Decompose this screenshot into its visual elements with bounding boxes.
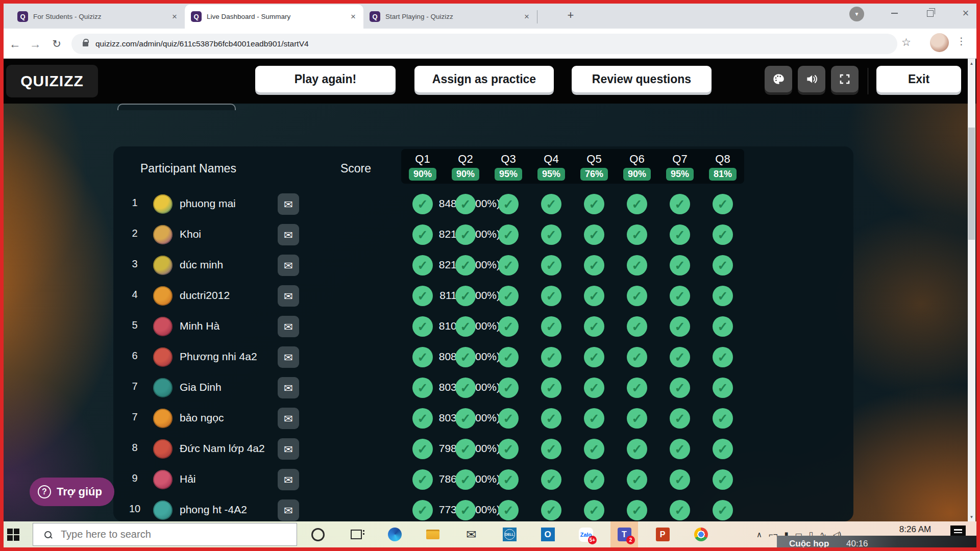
participant-rank: 9: [122, 472, 147, 484]
language-indicator[interactable]: [950, 525, 966, 537]
taskbar-icon-dell[interactable]: DELL: [496, 521, 523, 547]
media-controls-button[interactable]: ▼: [849, 7, 864, 21]
email-report-button[interactable]: ✉: [278, 255, 299, 276]
taskbar-icon-zalo[interactable]: Zalo5+: [572, 521, 600, 547]
browser-tab[interactable]: QStart Playing - Quizizz×: [363, 5, 537, 29]
participant-name: bảo ngọc: [180, 412, 224, 424]
participant-rank: 7: [122, 381, 147, 392]
participant-avatar: [153, 409, 173, 428]
participant-rank: 6: [122, 350, 147, 362]
tab-close-icon[interactable]: ×: [349, 12, 357, 22]
help-button[interactable]: ? Trợ giúp: [30, 478, 114, 506]
search-icon: [44, 531, 52, 538]
email-report-button[interactable]: ✉: [278, 285, 299, 307]
participant-rank: 7: [122, 411, 147, 423]
taskbar-clock[interactable]: 8:26 AM: [892, 524, 938, 535]
question-label: Q4: [544, 153, 558, 166]
taskbar-icon-cortana[interactable]: [304, 521, 332, 547]
theme-palette-button[interactable]: [765, 66, 792, 92]
sound-toggle-button[interactable]: [798, 66, 825, 92]
icon-label: Zalo: [580, 532, 592, 538]
taskbar-icon-file-explorer[interactable]: [419, 521, 447, 547]
email-report-button[interactable]: ✉: [278, 469, 299, 490]
tab-close-icon[interactable]: ×: [523, 12, 531, 22]
start-button[interactable]: [7, 529, 19, 541]
email-report-button[interactable]: ✉: [278, 408, 299, 429]
exit-button[interactable]: Exit: [876, 66, 961, 92]
participant-name: ductri2012: [180, 289, 230, 302]
scroll-up-arrow[interactable]: ▲: [968, 59, 975, 67]
answer-correct-icon: ✓: [713, 378, 733, 398]
fullscreen-button[interactable]: [831, 66, 859, 92]
participant-names-header: Participant Names: [140, 162, 236, 176]
answer-correct-icon: ✓: [498, 316, 519, 337]
answer-correct-icon: ✓: [627, 439, 647, 459]
email-report-button[interactable]: ✉: [278, 224, 299, 245]
question-label: Q5: [586, 153, 601, 166]
participant-name: Hải: [180, 473, 196, 485]
taskbar-icon-task-view[interactable]: [342, 521, 370, 547]
tabs: QFor Students - Quizizz×QLive Dashboard …: [11, 5, 537, 29]
answer-correct-icon: ✓: [584, 347, 604, 367]
taskbar-icon-dell-support[interactable]: O: [534, 521, 561, 547]
email-report-button[interactable]: ✉: [278, 438, 299, 460]
question-column: Q290%: [444, 149, 487, 184]
forward-button[interactable]: →: [28, 36, 43, 52]
meeting-popup[interactable]: Cuộc họp 40:16: [777, 536, 976, 547]
answer-correct-icon: ✓: [498, 286, 519, 306]
close-window-button[interactable]: ×: [955, 0, 976, 27]
email-report-button[interactable]: ✉: [278, 316, 299, 337]
browser-tab[interactable]: QLive Dashboard - Summary×: [185, 5, 363, 29]
tab-close-icon[interactable]: ×: [170, 12, 179, 22]
answer-correct-icon: ✓: [541, 255, 561, 276]
assign-as-practice-button[interactable]: Assign as practice: [414, 66, 554, 92]
search-input[interactable]: [60, 528, 266, 541]
browser-profile-avatar[interactable]: [930, 33, 949, 52]
taskbar-icon-teams[interactable]: T2: [610, 521, 638, 547]
taskbar-search[interactable]: [33, 523, 297, 546]
taskbar-icon-edge[interactable]: [381, 521, 408, 547]
browser-menu-icon[interactable]: ⋮: [957, 35, 966, 47]
meeting-elapsed-time: 40:16: [846, 539, 868, 547]
scrollbar-thumb[interactable]: [968, 128, 975, 240]
review-questions-button[interactable]: Review questions: [572, 66, 712, 92]
browser-tab[interactable]: QFor Students - Quizizz×: [11, 5, 185, 29]
play-again-button[interactable]: Play again!: [255, 66, 396, 92]
quizizz-favicon: Q: [17, 11, 28, 22]
answer-correct-icon: ✓: [412, 194, 433, 214]
restore-button[interactable]: [920, 0, 940, 27]
camera-icon[interactable]: ⌐¬: [769, 530, 778, 539]
answer-correct-icon: ✓: [541, 347, 561, 367]
minimize-button[interactable]: [884, 0, 904, 27]
participant-row: 7bảo ngọc✉8030 (100%)✓✓✓✓✓✓✓✓: [113, 403, 853, 434]
question-column: Q795%: [658, 149, 701, 184]
page-scrollbar[interactable]: ▲ ▼: [968, 59, 975, 521]
mail-icon: ✉: [284, 321, 293, 332]
answer-correct-icon: ✓: [584, 255, 604, 276]
email-report-button[interactable]: ✉: [278, 377, 299, 398]
reload-button[interactable]: ↻: [49, 36, 64, 52]
bookmark-star-icon[interactable]: ☆: [901, 36, 911, 48]
hidden-icons-chevron[interactable]: ∧: [756, 530, 762, 539]
scroll-down-arrow[interactable]: ▼: [968, 513, 975, 521]
email-report-button[interactable]: ✉: [278, 346, 299, 368]
email-report-button[interactable]: ✉: [278, 193, 299, 215]
new-tab-button[interactable]: +: [562, 7, 579, 23]
question-header-row: Q190%Q290%Q395%Q495%Q576%Q690%Q795%Q881%: [401, 149, 744, 184]
answer-correct-icon: ✓: [713, 469, 733, 490]
participant-row: 10phong ht -4A2✉7730 (100%)✓✓✓✓✓✓✓✓: [113, 495, 853, 521]
participant-rank: 2: [122, 228, 147, 239]
dashboard-content: Participant Names Score Q190%Q290%Q395%Q…: [0, 104, 980, 521]
participant-row: 4ductri2012✉8110 (100%)✓✓✓✓✓✓✓✓: [113, 281, 853, 311]
answer-correct-icon: ✓: [670, 439, 690, 459]
address-bar[interactable]: quizizz.com/admin/quiz/611c5387b6fcb4001…: [71, 34, 897, 54]
icon-label: T: [622, 530, 627, 539]
taskbar-icon-powerpoint[interactable]: P: [649, 521, 676, 547]
participant-name: phuong mai: [180, 197, 236, 210]
participant-name: phong ht -4A2: [180, 504, 247, 516]
email-report-button[interactable]: ✉: [278, 499, 299, 521]
back-button[interactable]: ←: [7, 36, 22, 52]
taskbar-icon-chrome[interactable]: [687, 521, 715, 547]
quizizz-logo[interactable]: QUIZIZZ: [6, 65, 98, 97]
taskbar-icon-mail[interactable]: [457, 521, 485, 547]
